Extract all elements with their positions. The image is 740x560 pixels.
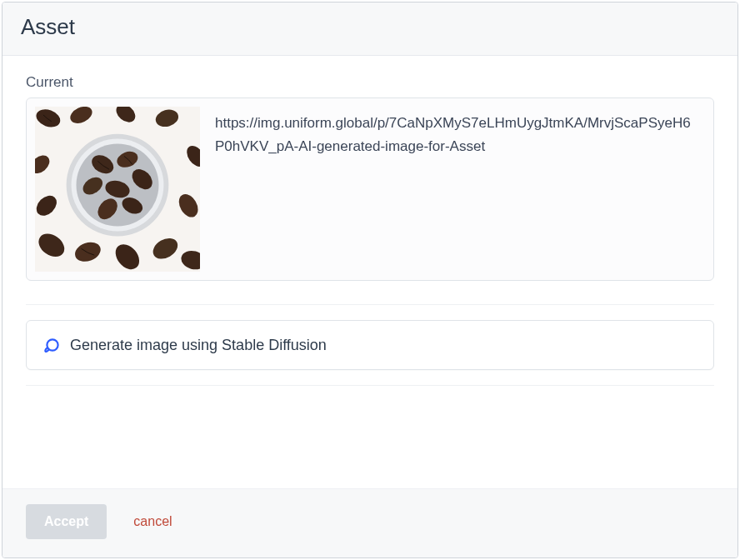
asset-panel: Asset Current bbox=[2, 2, 738, 558]
ai-generate-icon bbox=[43, 336, 62, 354]
asset-thumbnail bbox=[35, 107, 200, 272]
generate-section: Generate image using Stable Diffusion bbox=[26, 304, 714, 386]
cancel-button[interactable]: cancel bbox=[130, 504, 175, 539]
accept-button[interactable]: Accept bbox=[26, 504, 107, 539]
panel-footer: Accept cancel bbox=[2, 488, 738, 558]
current-asset-card: https://img.uniform.global/p/7CaNpXMyS7e… bbox=[26, 98, 714, 281]
asset-url: https://img.uniform.global/p/7CaNpXMyS7e… bbox=[215, 107, 705, 158]
generate-image-button[interactable]: Generate image using Stable Diffusion bbox=[26, 320, 714, 370]
panel-body: Current bbox=[2, 56, 738, 488]
generate-button-label: Generate image using Stable Diffusion bbox=[70, 337, 327, 354]
current-label: Current bbox=[26, 74, 714, 91]
svg-point-24 bbox=[47, 339, 58, 350]
panel-title: Asset bbox=[21, 14, 719, 40]
panel-header: Asset bbox=[2, 2, 738, 56]
